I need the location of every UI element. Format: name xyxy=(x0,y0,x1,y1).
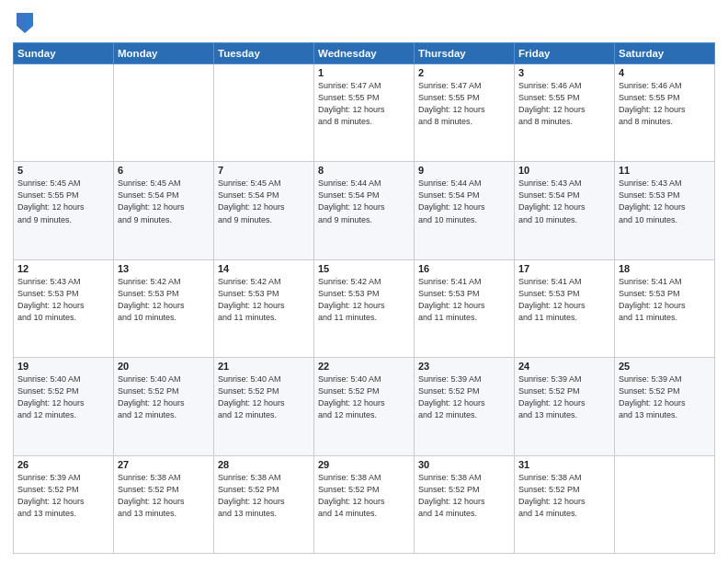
calendar-cell: 4Sunrise: 5:46 AM Sunset: 5:55 PM Daylig… xyxy=(615,64,715,162)
calendar-cell: 2Sunrise: 5:47 AM Sunset: 5:55 PM Daylig… xyxy=(415,64,515,162)
calendar-cell: 7Sunrise: 5:45 AM Sunset: 5:54 PM Daylig… xyxy=(214,162,314,259)
calendar-week-row: 19Sunrise: 5:40 AM Sunset: 5:52 PM Dayli… xyxy=(14,358,715,455)
calendar-cell: 27Sunrise: 5:38 AM Sunset: 5:52 PM Dayli… xyxy=(114,455,214,553)
calendar-cell xyxy=(615,455,715,553)
day-info: Sunrise: 5:38 AM Sunset: 5:52 PM Dayligh… xyxy=(418,472,510,520)
calendar-cell: 23Sunrise: 5:39 AM Sunset: 5:52 PM Dayli… xyxy=(415,358,515,455)
logo-icon xyxy=(15,9,35,35)
day-info: Sunrise: 5:46 AM Sunset: 5:55 PM Dayligh… xyxy=(518,80,610,128)
calendar-week-row: 5Sunrise: 5:45 AM Sunset: 5:55 PM Daylig… xyxy=(14,162,715,259)
page: SundayMondayTuesdayWednesdayThursdayFrid… xyxy=(0,0,728,563)
day-number: 3 xyxy=(518,67,610,78)
day-number: 12 xyxy=(17,263,109,274)
day-info: Sunrise: 5:41 AM Sunset: 5:53 PM Dayligh… xyxy=(518,276,610,324)
calendar-cell: 9Sunrise: 5:44 AM Sunset: 5:54 PM Daylig… xyxy=(415,162,515,259)
calendar-cell: 3Sunrise: 5:46 AM Sunset: 5:55 PM Daylig… xyxy=(515,64,615,162)
header xyxy=(13,9,715,35)
logo xyxy=(13,9,35,35)
day-number: 23 xyxy=(418,361,510,372)
weekday-header: Saturday xyxy=(615,43,715,64)
calendar-cell: 1Sunrise: 5:47 AM Sunset: 5:55 PM Daylig… xyxy=(314,64,415,162)
day-number: 6 xyxy=(118,165,210,176)
day-number: 27 xyxy=(118,459,210,470)
calendar-cell: 8Sunrise: 5:44 AM Sunset: 5:54 PM Daylig… xyxy=(314,162,415,259)
weekday-header: Tuesday xyxy=(214,43,314,64)
day-info: Sunrise: 5:46 AM Sunset: 5:55 PM Dayligh… xyxy=(619,80,711,128)
day-info: Sunrise: 5:38 AM Sunset: 5:52 PM Dayligh… xyxy=(218,472,310,520)
calendar-cell: 25Sunrise: 5:39 AM Sunset: 5:52 PM Dayli… xyxy=(615,358,715,455)
weekday-header: Monday xyxy=(114,43,214,64)
day-number: 10 xyxy=(518,165,610,176)
calendar-cell: 21Sunrise: 5:40 AM Sunset: 5:52 PM Dayli… xyxy=(214,358,314,455)
calendar-cell: 15Sunrise: 5:42 AM Sunset: 5:53 PM Dayli… xyxy=(314,259,415,357)
day-number: 4 xyxy=(619,67,711,78)
day-number: 19 xyxy=(17,361,109,372)
day-number: 21 xyxy=(218,361,310,372)
calendar-week-row: 12Sunrise: 5:43 AM Sunset: 5:53 PM Dayli… xyxy=(14,259,715,357)
day-number: 17 xyxy=(518,263,610,274)
calendar-cell: 19Sunrise: 5:40 AM Sunset: 5:52 PM Dayli… xyxy=(14,358,114,455)
weekday-header: Sunday xyxy=(14,43,114,64)
day-number: 31 xyxy=(518,459,610,470)
calendar-table: SundayMondayTuesdayWednesdayThursdayFrid… xyxy=(13,42,715,554)
day-number: 15 xyxy=(318,263,410,274)
day-number: 2 xyxy=(418,67,510,78)
day-info: Sunrise: 5:45 AM Sunset: 5:55 PM Dayligh… xyxy=(17,178,109,225)
day-number: 26 xyxy=(17,459,109,470)
day-info: Sunrise: 5:39 AM Sunset: 5:52 PM Dayligh… xyxy=(418,373,510,421)
calendar-cell: 14Sunrise: 5:42 AM Sunset: 5:53 PM Dayli… xyxy=(214,259,314,357)
day-number: 28 xyxy=(218,459,310,470)
calendar-cell: 18Sunrise: 5:41 AM Sunset: 5:53 PM Dayli… xyxy=(615,259,715,357)
day-info: Sunrise: 5:38 AM Sunset: 5:52 PM Dayligh… xyxy=(318,472,410,520)
calendar-cell: 13Sunrise: 5:42 AM Sunset: 5:53 PM Dayli… xyxy=(114,259,214,357)
calendar-cell: 29Sunrise: 5:38 AM Sunset: 5:52 PM Dayli… xyxy=(314,455,415,553)
calendar-cell: 28Sunrise: 5:38 AM Sunset: 5:52 PM Dayli… xyxy=(214,455,314,553)
day-info: Sunrise: 5:42 AM Sunset: 5:53 PM Dayligh… xyxy=(318,276,410,324)
calendar-cell: 10Sunrise: 5:43 AM Sunset: 5:54 PM Dayli… xyxy=(515,162,615,259)
calendar-cell: 17Sunrise: 5:41 AM Sunset: 5:53 PM Dayli… xyxy=(515,259,615,357)
day-info: Sunrise: 5:43 AM Sunset: 5:54 PM Dayligh… xyxy=(518,178,610,225)
day-info: Sunrise: 5:47 AM Sunset: 5:55 PM Dayligh… xyxy=(418,80,510,128)
day-info: Sunrise: 5:44 AM Sunset: 5:54 PM Dayligh… xyxy=(318,178,410,225)
calendar-cell xyxy=(114,64,214,162)
calendar-cell: 24Sunrise: 5:39 AM Sunset: 5:52 PM Dayli… xyxy=(515,358,615,455)
day-info: Sunrise: 5:40 AM Sunset: 5:52 PM Dayligh… xyxy=(218,373,310,421)
day-number: 30 xyxy=(418,459,510,470)
day-number: 7 xyxy=(218,165,310,176)
day-number: 8 xyxy=(318,165,410,176)
day-info: Sunrise: 5:40 AM Sunset: 5:52 PM Dayligh… xyxy=(17,373,109,421)
day-number: 18 xyxy=(619,263,711,274)
calendar-header-row: SundayMondayTuesdayWednesdayThursdayFrid… xyxy=(14,43,715,64)
day-info: Sunrise: 5:39 AM Sunset: 5:52 PM Dayligh… xyxy=(17,472,109,520)
calendar-cell xyxy=(214,64,314,162)
day-number: 20 xyxy=(118,361,210,372)
day-info: Sunrise: 5:39 AM Sunset: 5:52 PM Dayligh… xyxy=(518,373,610,421)
calendar-cell: 6Sunrise: 5:45 AM Sunset: 5:54 PM Daylig… xyxy=(114,162,214,259)
calendar-cell: 11Sunrise: 5:43 AM Sunset: 5:53 PM Dayli… xyxy=(615,162,715,259)
calendar-week-row: 26Sunrise: 5:39 AM Sunset: 5:52 PM Dayli… xyxy=(14,455,715,553)
calendar-cell: 31Sunrise: 5:38 AM Sunset: 5:52 PM Dayli… xyxy=(515,455,615,553)
day-number: 22 xyxy=(318,361,410,372)
day-info: Sunrise: 5:42 AM Sunset: 5:53 PM Dayligh… xyxy=(118,276,210,324)
calendar-cell: 20Sunrise: 5:40 AM Sunset: 5:52 PM Dayli… xyxy=(114,358,214,455)
day-number: 11 xyxy=(619,165,711,176)
day-info: Sunrise: 5:44 AM Sunset: 5:54 PM Dayligh… xyxy=(418,178,510,225)
day-info: Sunrise: 5:39 AM Sunset: 5:52 PM Dayligh… xyxy=(619,373,711,421)
day-number: 9 xyxy=(418,165,510,176)
day-number: 24 xyxy=(518,361,610,372)
day-info: Sunrise: 5:40 AM Sunset: 5:52 PM Dayligh… xyxy=(118,373,210,421)
calendar-cell: 16Sunrise: 5:41 AM Sunset: 5:53 PM Dayli… xyxy=(415,259,515,357)
calendar-cell: 5Sunrise: 5:45 AM Sunset: 5:55 PM Daylig… xyxy=(14,162,114,259)
day-info: Sunrise: 5:43 AM Sunset: 5:53 PM Dayligh… xyxy=(619,178,711,225)
day-number: 29 xyxy=(318,459,410,470)
day-info: Sunrise: 5:47 AM Sunset: 5:55 PM Dayligh… xyxy=(318,80,410,128)
calendar-cell: 30Sunrise: 5:38 AM Sunset: 5:52 PM Dayli… xyxy=(415,455,515,553)
day-info: Sunrise: 5:38 AM Sunset: 5:52 PM Dayligh… xyxy=(518,472,610,520)
day-number: 5 xyxy=(17,165,109,176)
weekday-header: Friday xyxy=(515,43,615,64)
day-info: Sunrise: 5:40 AM Sunset: 5:52 PM Dayligh… xyxy=(318,373,410,421)
day-number: 14 xyxy=(218,263,310,274)
calendar-cell: 12Sunrise: 5:43 AM Sunset: 5:53 PM Dayli… xyxy=(14,259,114,357)
calendar-week-row: 1Sunrise: 5:47 AM Sunset: 5:55 PM Daylig… xyxy=(14,64,715,162)
day-info: Sunrise: 5:45 AM Sunset: 5:54 PM Dayligh… xyxy=(218,178,310,225)
